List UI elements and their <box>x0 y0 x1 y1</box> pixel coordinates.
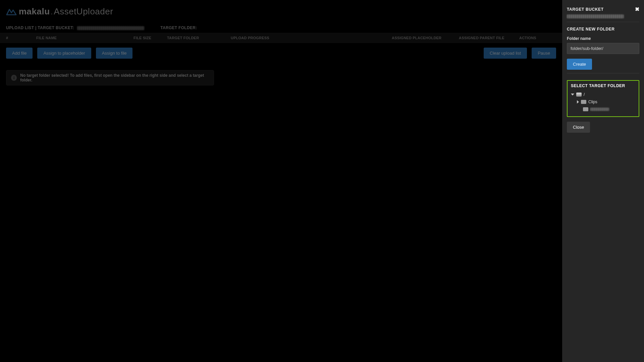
app-name: AssetUploader <box>54 6 113 16</box>
info-icon: i <box>11 75 17 81</box>
folder-icon <box>581 100 586 104</box>
banner-text: No target folder selected! To add files,… <box>20 73 209 82</box>
app-logo: makalu.AssetUploader <box>6 6 113 17</box>
tree-node-label-redacted <box>590 108 609 111</box>
target-sidebar: TARGET BUCKET ✖ CREATE NEW FOLDER Folder… <box>562 0 644 362</box>
add-file-button[interactable]: Add file <box>6 48 33 59</box>
col-upload-progress: UPLOAD PROGRESS <box>231 36 392 40</box>
assign-file-button[interactable]: Assign to file <box>96 48 133 59</box>
topbar: makalu.AssetUploader <box>0 0 562 23</box>
brand-mark-icon <box>6 7 17 15</box>
select-target-folder-title: SELECT TARGET FOLDER <box>571 83 635 88</box>
upload-table-header: # FILE NAME FILE SIZE TARGET FOLDER UPLO… <box>0 33 562 43</box>
folder-name-input[interactable] <box>567 43 639 54</box>
col-target-folder: TARGET FOLDER <box>167 36 231 40</box>
tree-node-redacted[interactable] <box>571 106 635 113</box>
col-file-size: FILE SIZE <box>133 36 167 40</box>
context-bar: UPLOAD LIST | TARGET BUCKET: TARGET FOLD… <box>0 23 562 33</box>
target-bucket-value-redacted <box>77 26 144 30</box>
clear-upload-list-button[interactable]: Clear upload list <box>484 48 527 59</box>
tree-node-label: Clips <box>588 100 597 104</box>
caret-right-icon <box>577 100 579 104</box>
target-bucket-title: TARGET BUCKET <box>567 7 604 12</box>
folder-open-icon <box>576 93 582 97</box>
tree-node-clips[interactable]: Clips <box>571 98 635 106</box>
folder-name-label: Folder name <box>567 36 639 41</box>
col-actions: ACTIONS <box>519 36 553 40</box>
brand-name: makalu <box>19 6 50 16</box>
brand-dot: . <box>50 6 54 16</box>
upload-list-label: UPLOAD LIST | TARGET BUCKET: <box>6 25 74 30</box>
bucket-name-redacted <box>567 14 624 18</box>
toolbar: Add file Assign to placeholder Assign to… <box>0 43 562 63</box>
tree-root-node[interactable]: / <box>571 91 635 98</box>
divider <box>567 22 639 22</box>
assign-placeholder-button[interactable]: Assign to placeholder <box>37 48 91 59</box>
app-title: makalu.AssetUploader <box>19 6 113 17</box>
divider <box>567 73 639 73</box>
upload-list-context: UPLOAD LIST | TARGET BUCKET: <box>6 25 144 30</box>
no-target-folder-banner: i No target folder selected! To add file… <box>6 70 214 85</box>
select-target-folder-panel: SELECT TARGET FOLDER / Clips <box>567 80 639 117</box>
close-sidebar-icon[interactable]: ✖ <box>635 6 639 12</box>
col-assigned-placeholder: ASSIGNED PLACEHOLDER <box>392 36 459 40</box>
col-assigned-parent: ASSIGNED PARENT FILE <box>459 36 519 40</box>
tree-root-label: / <box>584 92 585 97</box>
col-index: # <box>6 36 36 40</box>
caret-down-icon <box>571 94 574 96</box>
col-file-name: FILE NAME <box>36 36 133 40</box>
pause-button[interactable]: Pause <box>532 48 556 59</box>
folder-icon <box>583 107 588 111</box>
target-folder-label: TARGET FOLDER: <box>160 25 197 30</box>
target-folder-context: TARGET FOLDER: <box>160 25 197 30</box>
close-tree-button[interactable]: Close <box>567 122 590 133</box>
folder-tree: / Clips <box>571 91 635 113</box>
create-folder-button[interactable]: Create <box>567 59 592 70</box>
create-folder-title: CREATE NEW FOLDER <box>567 27 639 32</box>
